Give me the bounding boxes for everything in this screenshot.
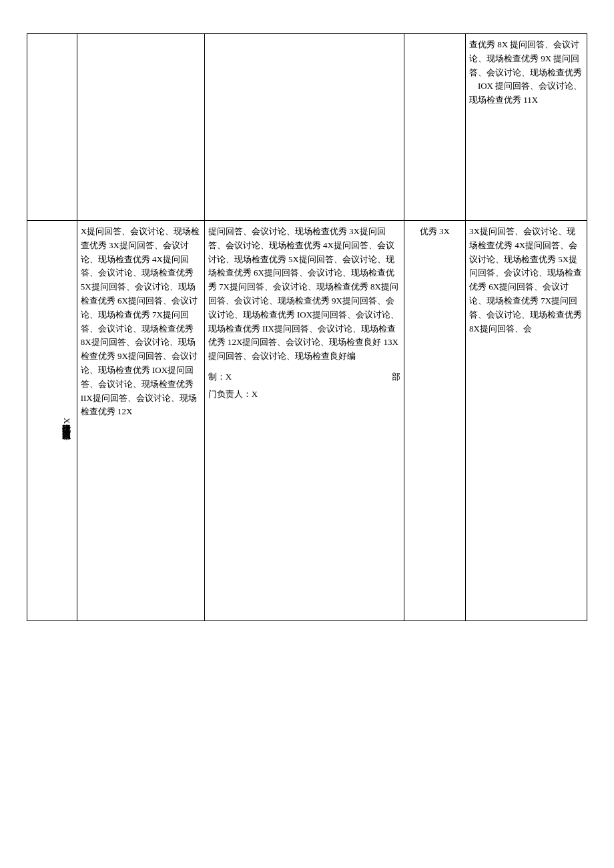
cell-top-col2 [77, 34, 204, 221]
cell-top-col5: 查优秀 8X 提问回答、会议讨论、现场检查优秀 9X 提问回答、会议讨论、现场检… [465, 34, 587, 221]
cell-bottom-col4: 优秀 3X [404, 221, 465, 621]
col4-text: 优秀 3X [420, 226, 450, 236]
fuzeren-label: 门负责人：X [208, 389, 258, 399]
col2-text: X提问回答、会议讨论、现场检查优秀 3X提问回答、会议讨论、现场检查优秀 4X提… [81, 226, 200, 416]
footer-fuzeren: 门负责人：X [208, 388, 400, 402]
bu-label: 部 [392, 370, 400, 384]
col1-text: 提回会讨现检优X问率议以场查秀 [62, 418, 72, 424]
main-table: 查优秀 8X 提问回答、会议讨论、现场检查优秀 9X 提问回答、会议讨论、现场检… [27, 33, 587, 621]
cell-top-col1 [27, 34, 77, 221]
table-row-bottom: 提回会讨现检优X问率议以场查秀 X提问回答、会议讨论、现场检查优秀 3X提问回答… [27, 221, 587, 621]
cell-top-col3 [204, 34, 404, 221]
page: 查优秀 8X 提问回答、会议讨论、现场检查优秀 9X 提问回答、会议讨论、现场检… [0, 0, 614, 868]
cell-bottom-col2: X提问回答、会议讨论、现场检查优秀 3X提问回答、会议讨论、现场检查优秀 4X提… [77, 221, 204, 621]
cell-bottom-col5: 3X提问回答、会议讨论、现场检查优秀 4X提问回答、会议讨论、现场检查优秀 5X… [465, 221, 587, 621]
cell-top-col4 [404, 34, 465, 221]
col5-text: 3X提问回答、会议讨论、现场检查优秀 4X提问回答、会议讨论、现场检查优秀 5X… [469, 226, 582, 334]
cell-bottom-col3: 提问回答、会议讨论、现场检查优秀 3X提问回答、会议讨论、现场检查优秀 4X提问… [204, 221, 404, 621]
cell-bottom-col1: 提回会讨现检优X问率议以场查秀 [27, 221, 77, 621]
zhizhi-label: 制：X [208, 370, 232, 384]
table-row-top: 查优秀 8X 提问回答、会议讨论、现场检查优秀 9X 提问回答、会议讨论、现场检… [27, 34, 587, 221]
footer-zhizhi: 制：X 部 [208, 370, 400, 384]
col3-text: 提问回答、会议讨论、现场检查优秀 3X提问回答、会议讨论、现场检查优秀 4X提问… [208, 226, 399, 361]
